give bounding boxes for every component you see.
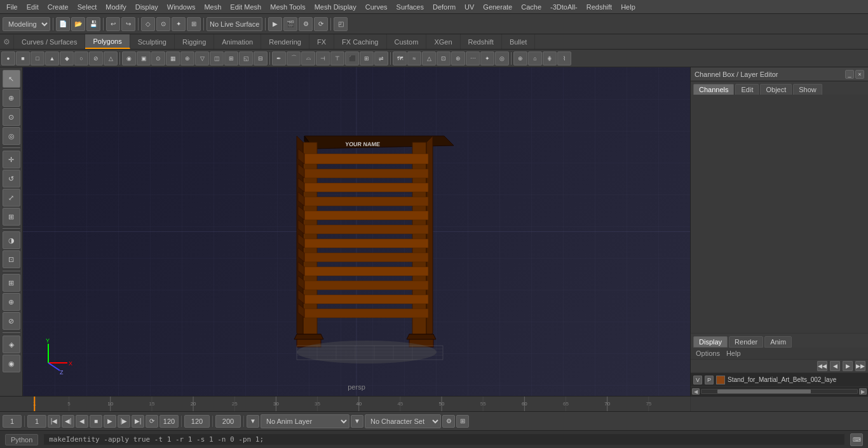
menu-select[interactable]: Select <box>74 2 101 12</box>
tab-redshift[interactable]: Redshift <box>461 34 502 49</box>
layer-tab-anim[interactable]: Anim <box>764 336 792 348</box>
range-start-input[interactable] <box>27 415 46 428</box>
poly-extra3-icon[interactable]: ◱ <box>239 51 253 65</box>
layer-playback-btn[interactable]: P <box>705 376 714 384</box>
cb-minimize-btn[interactable]: _ <box>845 70 854 79</box>
select-mode-btn[interactable]: ↖ <box>3 70 20 88</box>
menu-cache[interactable]: Cache <box>517 2 545 12</box>
stop-btn[interactable]: ■ <box>90 415 102 428</box>
sphere-icon[interactable]: ● <box>1 51 15 65</box>
nonlinear-icon[interactable]: ⌇ <box>557 51 571 65</box>
rotate-btn[interactable]: ↺ <box>3 170 20 187</box>
tab-fx-caching[interactable]: FX Caching <box>334 34 386 49</box>
layer-options-menu[interactable]: Options <box>693 349 722 358</box>
tab-curves-surfaces[interactable]: Curves / Surfaces <box>14 34 85 49</box>
total-frames-input[interactable] <box>215 415 241 428</box>
tab-bullet[interactable]: Bullet <box>502 34 536 49</box>
transform-btn[interactable]: ⊕ <box>3 89 20 107</box>
render-quick-btn[interactable]: ◈ <box>3 336 20 353</box>
layer-forward-btn[interactable]: ▶ <box>843 361 853 371</box>
poly-extra1-icon[interactable]: ◫ <box>210 51 224 65</box>
scroll-right-btn[interactable]: ▶ <box>859 388 867 395</box>
magnet-btn[interactable]: ⊘ <box>3 312 20 330</box>
smooth-icon[interactable]: ≈ <box>407 51 421 65</box>
menu-display[interactable]: Display <box>132 2 162 12</box>
new-scene-btn[interactable]: 📄 <box>56 17 70 31</box>
menu-mesh[interactable]: Mesh <box>200 2 225 12</box>
component-mode-btn[interactable]: ⊡ <box>3 250 20 268</box>
paint-tool-btn[interactable]: ✦ <box>172 17 186 31</box>
ipr-btn[interactable]: ◉ <box>3 355 20 372</box>
poly-cube-icon[interactable]: ▣ <box>137 51 151 65</box>
cb-tab-show[interactable]: Show <box>793 84 822 95</box>
select-tool-btn[interactable]: ◇ <box>141 17 155 31</box>
play-back-btn[interactable]: ◀ <box>76 415 88 428</box>
layer-back-btn[interactable]: ◀ <box>830 361 840 371</box>
redo-btn[interactable]: ↪ <box>121 17 135 31</box>
cb-tab-channels[interactable]: Channels <box>693 84 734 95</box>
layer-prev-btn[interactable]: ◀◀ <box>817 361 827 371</box>
menu-modify[interactable]: Modify <box>102 2 130 12</box>
menu-create[interactable]: Create <box>44 2 72 12</box>
diamond-icon[interactable]: ◆ <box>60 51 74 65</box>
anim-layer-arrow-down[interactable]: ▼ <box>247 415 259 428</box>
soft-mod-icon[interactable]: ⊕ <box>513 51 527 65</box>
layer-visibility-btn[interactable]: V <box>693 376 702 384</box>
scale-btn[interactable]: ⤢ <box>3 189 20 207</box>
poly-cyl-icon[interactable]: ⊙ <box>151 51 165 65</box>
tab-fx[interactable]: FX <box>309 34 334 49</box>
tab-custom[interactable]: Custom <box>387 34 427 49</box>
curve-pen-icon[interactable]: ✒ <box>272 51 286 65</box>
grid-btn[interactable]: ⊞ <box>3 274 20 292</box>
anim-settings-btn[interactable]: ⚙ <box>442 415 455 428</box>
pb-extra-btn[interactable]: ⊞ <box>456 415 469 428</box>
go-end-btn[interactable]: ▶| <box>132 415 144 428</box>
tab-sculpting[interactable]: Sculpting <box>130 34 175 49</box>
poly-sphere-icon[interactable]: ◉ <box>122 51 136 65</box>
scroll-left-btn[interactable]: ◀ <box>692 388 700 395</box>
pyramid-icon[interactable]: ▲ <box>45 51 59 65</box>
universal-manip-btn[interactable]: ⊞ <box>3 208 20 226</box>
menu-deform[interactable]: Deform <box>429 2 459 12</box>
menu-mesh-tools[interactable]: Mesh Tools <box>266 2 309 12</box>
layer-scrollbar[interactable]: ◀ ▶ <box>691 387 868 396</box>
uv-editor-icon[interactable]: 🗺 <box>393 51 407 65</box>
max-frame-input[interactable] <box>184 415 210 428</box>
xray-icon[interactable]: ◎ <box>495 51 509 65</box>
menu-edit[interactable]: Edit <box>23 2 43 12</box>
tab-rendering[interactable]: Rendering <box>261 34 309 49</box>
anim-layer-dropdown[interactable]: No Anim Layer <box>261 414 349 428</box>
scrollbar-thumb[interactable] <box>717 390 811 393</box>
render-seq-btn[interactable]: ⚙ <box>299 17 313 31</box>
step-back-btn[interactable]: ◀| <box>62 415 74 428</box>
merge-icon[interactable]: ⊤ <box>330 51 344 65</box>
poly-plane-icon[interactable]: ▦ <box>166 51 180 65</box>
mirror-icon[interactable]: ⇌ <box>374 51 388 65</box>
render-settings-btn[interactable]: 🎬 <box>283 17 297 31</box>
reduce-icon[interactable]: ⋯ <box>466 51 480 65</box>
save-scene-btn[interactable]: 💾 <box>86 17 100 31</box>
menu-generate[interactable]: Generate <box>479 2 516 12</box>
menu-redshift[interactable]: Redshift <box>583 2 616 12</box>
subdiv-icon[interactable]: ⊡ <box>437 51 451 65</box>
menu-edit-mesh[interactable]: Edit Mesh <box>226 2 265 12</box>
box-wire-icon[interactable]: □ <box>31 51 44 65</box>
lasso-btn[interactable]: ◎ <box>3 127 20 145</box>
range-end-input[interactable] <box>159 415 179 428</box>
layer-help-menu[interactable]: Help <box>724 349 743 358</box>
layer-color-swatch[interactable] <box>716 376 725 384</box>
viewport[interactable]: View Shading Lighting Show Renderer Pane… <box>23 67 690 396</box>
cb-tab-object[interactable]: Object <box>760 84 792 95</box>
go-start-btn[interactable]: |◀ <box>48 415 60 428</box>
play-forward-btn[interactable]: ▶ <box>104 415 116 428</box>
triangulate-icon[interactable]: △ <box>422 51 436 65</box>
workflow-gear[interactable]: ⚙ <box>0 35 14 49</box>
ring-icon[interactable]: ○ <box>74 51 88 65</box>
curve-arc-icon[interactable]: ⌓ <box>301 51 315 65</box>
menu-uv[interactable]: UV <box>461 2 478 12</box>
python-label[interactable]: Python <box>5 434 38 445</box>
menu-windows[interactable]: Windows <box>163 2 200 12</box>
menu-help[interactable]: Help <box>617 2 639 12</box>
timeline[interactable]: 1 5 10 15 20 25 30 35 40 45 50 55 60 <box>0 396 868 411</box>
pipe-icon[interactable]: ⊘ <box>89 51 103 65</box>
